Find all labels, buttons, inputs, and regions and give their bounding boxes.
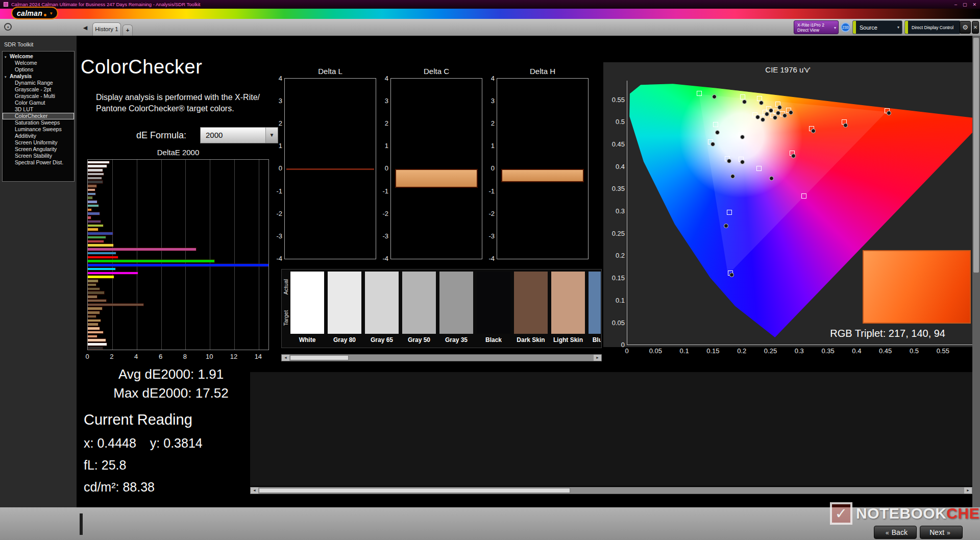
sidebar-item-spectral-power-dist[interactable]: Spectral Power Dist. (3, 159, 74, 166)
scrollbar-thumb[interactable] (973, 38, 979, 273)
rainbow-banner (0, 9, 980, 19)
cie-measured-marker (773, 115, 777, 120)
scroll-left-icon[interactable]: ◄ (251, 487, 258, 494)
sidebar-item-additivity[interactable]: Additivity (3, 133, 74, 139)
tab-history-1[interactable]: History 1 (92, 22, 121, 36)
scrollbar-thumb[interactable] (259, 488, 570, 493)
delta-h-ylabels: 43210-1-2-3-4 (483, 78, 497, 259)
deltae-bar-row (88, 303, 268, 307)
deltae-bar (88, 236, 106, 239)
sidebar-item-analysis[interactable]: ▾Analysis (3, 73, 74, 80)
deltae-bar (88, 181, 103, 183)
chevron-down-icon: ▾ (50, 11, 53, 16)
deltae-bar-row (88, 196, 268, 200)
back-button[interactable]: «Back (874, 526, 917, 539)
page-title: ColorChecker (81, 56, 202, 78)
tab-add-button[interactable]: + (122, 24, 133, 36)
cie-measured-marker (782, 113, 787, 118)
sidebar-item-luminance-sweeps[interactable]: Luminance Sweeps (3, 126, 74, 133)
calman-logo-text: calman (17, 9, 42, 17)
scroll-left-icon[interactable]: ◄ (282, 355, 289, 361)
deltae-bar-row (88, 311, 268, 315)
patch-color (365, 272, 399, 334)
deltae-bar (88, 288, 100, 290)
deltae-bar-row (88, 248, 268, 252)
sidebar-collapse-button[interactable]: ◀ (81, 22, 89, 33)
deltae-bar-row (88, 291, 268, 295)
main-vertical-scrollbar[interactable] (972, 36, 980, 507)
deltae-bar-row (88, 259, 268, 263)
colorchecker-patch-white: White (290, 272, 324, 343)
window-minimize-button[interactable]: – (954, 2, 957, 7)
deltae-bar-row (88, 295, 268, 299)
deltae-bar-row (88, 275, 268, 279)
calman-logo-button[interactable]: calman ▾ (11, 7, 58, 19)
delta-l-plot (284, 78, 376, 259)
deltae-bars (88, 160, 268, 350)
patch-name: Gray 35 (439, 336, 473, 343)
scroll-right-icon[interactable]: ► (964, 487, 972, 494)
sidebar-item-colorchecker[interactable]: ColorChecker (3, 113, 74, 119)
sidebar-item-screen-angularity[interactable]: Screen Angularity (3, 146, 74, 153)
deltae-bar-row (88, 338, 268, 342)
patch-strip-scrollbar[interactable]: ◄ ► (281, 354, 602, 361)
deltae-bar (88, 327, 100, 330)
settings-button[interactable]: ⚙ (960, 21, 971, 34)
sidebar-item-grayscale-multi[interactable]: Grayscale - Multi (3, 93, 74, 100)
toolbar-close-button[interactable]: ✕ (972, 21, 979, 34)
meter-count-badge: 233 (841, 22, 850, 32)
notebookcheck-check-icon: ✓ (830, 502, 852, 525)
next-button[interactable]: Next» (920, 526, 963, 539)
display-control-button[interactable]: Direct Display Control (904, 20, 961, 34)
deltae-bar-row (88, 204, 268, 208)
window-maximize-button[interactable]: ▢ (963, 2, 967, 7)
deltae-bar (88, 256, 118, 259)
deltae-bar-row (88, 346, 268, 350)
deltae-bar (88, 339, 106, 341)
deltae-bar-row (88, 318, 268, 323)
scrollbar-thumb[interactable] (290, 355, 349, 360)
deltae-bar (88, 169, 103, 171)
sidebar-item-screen-uniformity[interactable]: Screen Uniformity (3, 139, 74, 146)
results-table-wrap (250, 372, 972, 486)
deltae-bar (88, 311, 100, 314)
target-axis-label: Target (283, 300, 289, 336)
cie-measured-marker (710, 142, 715, 146)
sidebar-item-welcome[interactable]: ▾Welcome (3, 53, 74, 60)
cie-measured-marker (887, 111, 891, 115)
source-selector-button[interactable]: Source ▾ (852, 20, 902, 34)
gear-icon: ⚙ (962, 23, 968, 31)
bottom-swatch-bar (80, 513, 83, 535)
deltae-bar (88, 232, 113, 235)
deltae-bar-row (88, 283, 268, 287)
window-close-button[interactable]: ✕ (972, 2, 976, 7)
deltae-bar (88, 212, 100, 215)
deltae-bar-row (88, 287, 268, 291)
patch-name: Black (477, 336, 510, 343)
sidebar-item-saturation-sweeps[interactable]: Saturation Sweeps (3, 119, 74, 126)
sidebar-item-welcome[interactable]: Welcome (3, 60, 74, 66)
patch-name: Blue Sky (589, 336, 601, 343)
deltae-bar-row (88, 255, 268, 259)
sidebar-item-grayscale-2pt[interactable]: Grayscale - 2pt (3, 86, 74, 93)
table-scrollbar[interactable]: ◄ ► (250, 487, 972, 494)
sidebar-item-options[interactable]: Options (3, 66, 74, 73)
de-formula-dropdown[interactable]: 2000 ▼ (200, 127, 278, 143)
sidebar: SDR Toolkit ▾WelcomeWelcomeOptions▾Analy… (0, 36, 77, 507)
deltae-bar-row (88, 172, 268, 176)
patch-name: Dark Skin (514, 336, 548, 343)
reading-cd: cd/m²: 88.38 (84, 480, 203, 495)
sidebar-item-dynamic-range[interactable]: Dynamic Range (3, 80, 74, 86)
main-content: ColorChecker Display analysis is perform… (77, 36, 972, 507)
patch-color (551, 272, 585, 334)
sidebar-item-3d-lut[interactable]: 3D LUT (3, 106, 74, 113)
reading-x: x: 0.4448 (84, 436, 136, 451)
panel-toggle-icon[interactable]: ● (4, 23, 12, 31)
deltae-bar-row (88, 307, 268, 311)
cie-measured-marker (740, 160, 745, 164)
sidebar-item-screen-stability[interactable]: Screen Stability (3, 153, 74, 159)
meter-selector-button[interactable]: X-Rite i1Pro 2 Direct View ▾ (794, 20, 839, 34)
deltae-bar (88, 331, 103, 334)
sidebar-item-color-gamut[interactable]: Color Gamut (3, 100, 74, 106)
scroll-right-icon[interactable]: ► (594, 355, 601, 361)
